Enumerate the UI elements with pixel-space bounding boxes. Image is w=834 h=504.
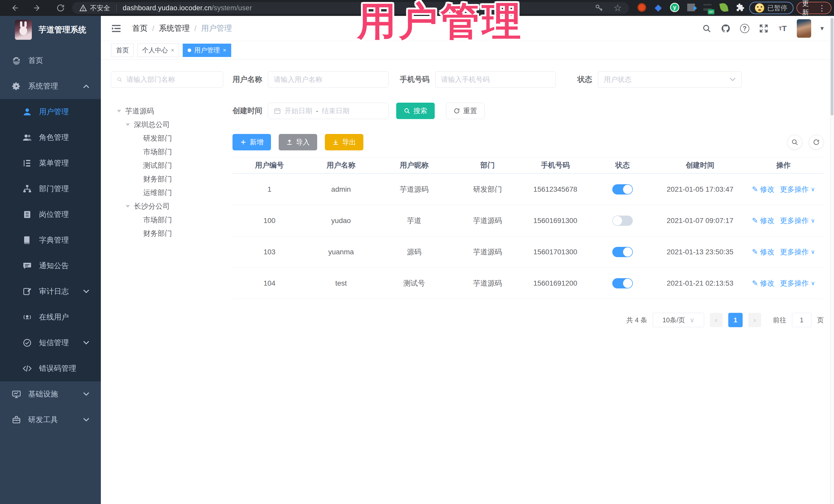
app-logo-row[interactable]: 芋道管理系统 bbox=[0, 16, 101, 44]
tree-node[interactable]: 研发部门 bbox=[111, 131, 223, 145]
collapse-sidebar-icon[interactable] bbox=[111, 24, 122, 33]
page-scrollbar[interactable] bbox=[830, 16, 834, 504]
breadcrumb-home[interactable]: 首页 bbox=[132, 23, 148, 34]
back-icon[interactable] bbox=[10, 3, 19, 13]
extension-ublock-icon[interactable] bbox=[637, 3, 647, 12]
sidebar-item-online-users[interactable]: 在线用户 bbox=[0, 304, 101, 330]
status-toggle[interactable] bbox=[612, 184, 633, 195]
browser-menu-icon[interactable]: ⋮ bbox=[818, 4, 826, 13]
tab-profile[interactable]: 个人中心 × bbox=[137, 44, 179, 57]
status-select[interactable]: 用户状态 bbox=[598, 71, 742, 88]
extension-list-icon[interactable]: on bbox=[703, 3, 712, 12]
dept-search-box[interactable] bbox=[111, 71, 223, 88]
status-toggle[interactable] bbox=[612, 278, 633, 288]
caret-down-icon[interactable] bbox=[126, 205, 130, 207]
sidebar-item-sms[interactable]: 短信管理 bbox=[0, 330, 101, 356]
edit-link[interactable]: ✎修改 bbox=[752, 279, 774, 288]
sidebar-item-audit-logs[interactable]: 审计日志 bbox=[0, 279, 101, 304]
mobile-input[interactable] bbox=[441, 76, 550, 84]
tree-node-label: 长沙分公司 bbox=[134, 201, 170, 211]
key-icon[interactable] bbox=[595, 4, 603, 12]
dept-search-input[interactable] bbox=[127, 76, 217, 84]
sidebar-item-notices[interactable]: 通知公告 bbox=[0, 253, 101, 279]
extension-gem-icon[interactable]: ◆ bbox=[653, 3, 663, 12]
more-actions-link[interactable]: 更多操作∨ bbox=[780, 279, 815, 288]
edit-link[interactable]: ✎修改 bbox=[752, 247, 774, 257]
sidebar-item-posts[interactable]: 岗位管理 bbox=[0, 202, 101, 227]
tree-node[interactable]: 深圳总公司 bbox=[111, 118, 223, 131]
tree-node[interactable]: 财务部门 bbox=[111, 172, 223, 186]
page-size-select[interactable]: 10条/页 ∨ bbox=[653, 313, 704, 327]
font-size-icon[interactable]: TT bbox=[778, 24, 788, 34]
active-dot bbox=[188, 48, 191, 52]
mobile-field[interactable] bbox=[435, 71, 556, 88]
tree-node[interactable]: 市场部门 bbox=[111, 213, 223, 226]
tree-node-root[interactable]: 芋道源码 bbox=[111, 104, 223, 118]
extension-leaf-icon[interactable] bbox=[719, 3, 729, 12]
more-actions-link[interactable]: 更多操作∨ bbox=[780, 247, 815, 257]
sidebar-item-dicts[interactable]: 字典管理 bbox=[0, 227, 101, 253]
extension-puzzle-icon[interactable] bbox=[736, 3, 745, 12]
address-bar[interactable]: 不安全 dashboard.yudao.iocoder.cn/system/us… bbox=[72, 2, 629, 14]
reload-icon[interactable] bbox=[56, 3, 65, 13]
fullscreen-icon[interactable] bbox=[759, 24, 769, 34]
import-button[interactable]: 导入 bbox=[279, 134, 317, 150]
current-page-button[interactable]: 1 bbox=[728, 313, 743, 327]
tree-node[interactable]: 财务部门 bbox=[111, 226, 223, 240]
bookmark-star-icon[interactable]: ☆ bbox=[614, 3, 622, 13]
scrollbar-thumb[interactable] bbox=[831, 18, 833, 115]
toggle-search-button[interactable] bbox=[787, 135, 802, 150]
tree-node[interactable]: 运维部门 bbox=[111, 186, 223, 199]
help-icon[interactable]: ? bbox=[740, 24, 750, 34]
extension-green-icon[interactable]: y bbox=[670, 3, 680, 12]
sidebar-item-system[interactable]: 系统管理 bbox=[0, 73, 101, 99]
caret-down-icon[interactable] bbox=[117, 110, 121, 112]
edit-link[interactable]: ✎修改 bbox=[752, 184, 774, 194]
username-input[interactable] bbox=[274, 76, 382, 84]
export-button[interactable]: 导出 bbox=[325, 134, 364, 150]
profile-paused-chip[interactable]: 已暂停 bbox=[749, 2, 793, 14]
close-icon[interactable]: × bbox=[171, 47, 174, 53]
chevron-down-icon bbox=[729, 78, 736, 82]
sidebar-item-home[interactable]: 首页 bbox=[0, 48, 101, 73]
search-button[interactable]: 搜索 bbox=[396, 103, 435, 119]
tree-node[interactable]: 测试部门 bbox=[111, 159, 223, 172]
sidebar-item-devtools[interactable]: 研发工具 bbox=[0, 407, 101, 433]
status-toggle[interactable] bbox=[612, 216, 633, 226]
page-content: 芋道源码 深圳总公司 研发部门 市场部门 测试部门 财务部门 运维部门 长沙分公… bbox=[101, 60, 834, 504]
edit-link[interactable]: ✎修改 bbox=[752, 216, 774, 225]
date-range-picker[interactable]: 开始日期 - 结束日期 bbox=[268, 103, 389, 119]
close-icon[interactable]: × bbox=[223, 47, 226, 53]
next-page-button[interactable]: › bbox=[748, 313, 761, 327]
sidebar-item-users[interactable]: 用户管理 bbox=[0, 99, 101, 125]
add-button[interactable]: 新增 bbox=[233, 134, 271, 150]
forward-icon[interactable] bbox=[33, 3, 42, 13]
more-actions-link[interactable]: 更多操作∨ bbox=[780, 184, 815, 194]
sidebar-item-label: 字典管理 bbox=[39, 235, 69, 245]
user-menu-caret-icon[interactable]: ▾ bbox=[820, 24, 824, 32]
tree-node[interactable]: 长沙分公司 bbox=[111, 199, 223, 213]
username-field[interactable] bbox=[268, 71, 389, 88]
tree-node[interactable]: 市场部门 bbox=[111, 145, 223, 159]
sidebar-item-menus[interactable]: 菜单管理 bbox=[0, 150, 101, 176]
extension-grid-icon[interactable]: ◆ bbox=[686, 3, 696, 12]
reset-button[interactable]: 重置 bbox=[446, 103, 484, 119]
sidebar-item-depts[interactable]: 部门管理 bbox=[0, 176, 101, 202]
browser-update-button[interactable]: 更新 ⋮ bbox=[796, 2, 831, 14]
goto-page-input[interactable] bbox=[792, 313, 811, 327]
status-toggle[interactable] bbox=[612, 247, 633, 257]
security-warning[interactable]: 不安全 bbox=[79, 4, 110, 13]
sidebar-item-roles[interactable]: 角色管理 bbox=[0, 125, 101, 150]
sidebar-item-error-codes[interactable]: 错误码管理 bbox=[0, 356, 101, 381]
prev-page-button[interactable]: ‹ bbox=[710, 313, 723, 327]
refresh-table-button[interactable] bbox=[809, 135, 824, 150]
tab-user-management[interactable]: 用户管理 × bbox=[183, 44, 231, 57]
user-avatar[interactable] bbox=[797, 19, 811, 38]
breadcrumb-system[interactable]: 系统管理 bbox=[159, 23, 190, 34]
caret-down-icon[interactable] bbox=[126, 124, 130, 126]
github-icon[interactable] bbox=[721, 24, 730, 34]
sidebar-item-infra[interactable]: 基础设施 bbox=[0, 381, 101, 407]
header-search-icon[interactable] bbox=[702, 24, 711, 34]
tab-home[interactable]: 首页 bbox=[111, 44, 134, 57]
more-actions-link[interactable]: 更多操作∨ bbox=[780, 216, 815, 225]
